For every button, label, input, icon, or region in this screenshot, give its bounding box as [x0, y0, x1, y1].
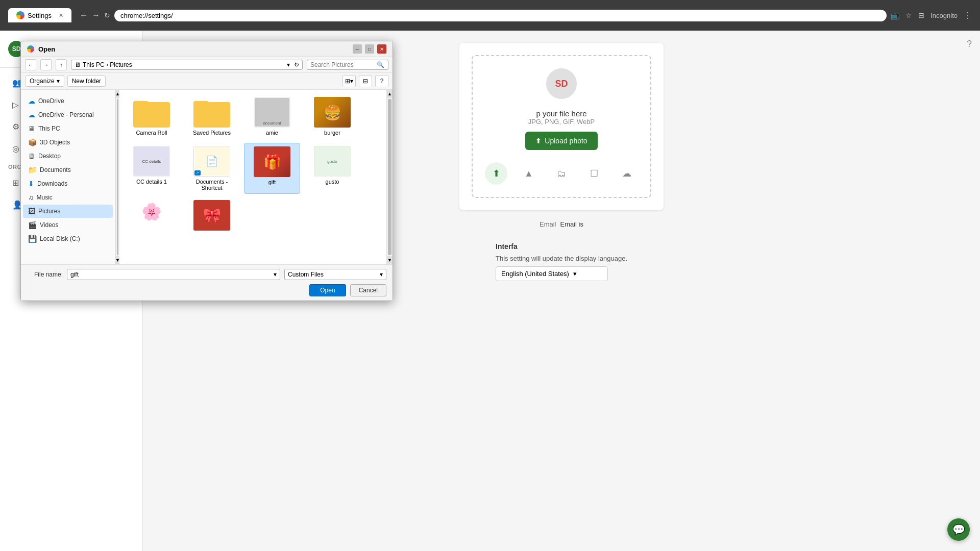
nav-desktop[interactable]: 🖥 Desktop [23, 149, 113, 163]
file-item-amie[interactable]: document amie [244, 94, 300, 139]
music-icon: ♫ [28, 193, 34, 202]
file-item-doc-shortcut[interactable]: 📄 ↗ Documents - Shortcut [184, 143, 240, 194]
nav-videos[interactable]: 🎬 Videos [23, 218, 113, 232]
menu-icon[interactable]: ⋮ [964, 11, 972, 20]
nav-pictures[interactable]: 🖼 Pictures [23, 205, 113, 218]
minimize-button[interactable]: ─ [353, 44, 362, 54]
upload-area[interactable]: SD p your file here JPG, PNG, GIF, WebP … [472, 55, 651, 198]
nav-this-pc[interactable]: 🖥 This PC [23, 122, 113, 135]
filename-input[interactable]: gift ▾ [67, 269, 280, 280]
desktop-icon: 🖥 [28, 152, 35, 160]
filename-dropdown[interactable]: ▾ [274, 271, 277, 278]
interface-section: Interfa This setting will update the dis… [496, 242, 627, 281]
thumb-amie: document [254, 97, 290, 128]
box-icon[interactable]: ☐ [583, 162, 605, 185]
upload-icon: ⬆ [535, 137, 542, 145]
bookmark-icon[interactable]: ☆ [905, 11, 912, 19]
folder-saved-icon [193, 97, 230, 128]
file-item-gift[interactable]: 🎁 gift [244, 143, 300, 194]
file-open-dialog: Open ─ □ ✕ ← → ↑ � [20, 41, 393, 301]
new-folder-button[interactable]: New folder [67, 76, 106, 87]
upload-btn-label: Upload photo [545, 137, 587, 145]
refresh-btn[interactable]: ↻ [294, 61, 299, 68]
nav-music[interactable]: ♫ Music [23, 191, 113, 204]
nav-documents[interactable]: 📁 Documents [23, 163, 113, 177]
breadcrumb-dropdown[interactable]: ▾ [287, 61, 290, 68]
up-button[interactable]: ↑ [56, 59, 67, 70]
tab-close[interactable]: ✕ [59, 12, 63, 19]
nav-refresh[interactable]: ↻ [104, 11, 110, 19]
nav-onedrive-personal[interactable]: ☁ OneDrive - Personal [23, 108, 113, 121]
up-icon: ↑ [60, 62, 63, 68]
file-item-camera-roll[interactable]: Camera Roll [124, 94, 180, 139]
filetype-value: Custom Files [288, 271, 324, 278]
maximize-button[interactable]: □ [365, 44, 374, 54]
nav-scroll-down[interactable]: ▼ [116, 256, 119, 264]
nav-3d-objects[interactable]: 📦 3D Objects [23, 136, 113, 149]
email-subtext: Email is [560, 220, 584, 228]
browser-chrome: Settings ✕ ← → ↻ chrome://settings/ 📺 ☆ … [0, 0, 980, 31]
nav-3d-label: 3D Objects [40, 139, 70, 146]
tab-title: Settings [28, 12, 52, 19]
cancel-button[interactable]: Cancel [350, 284, 386, 296]
sidebar-icon[interactable]: ⊟ [918, 11, 924, 19]
files-scroll-down[interactable]: ▼ [387, 256, 393, 264]
file-item-cc[interactable]: CC details CC details 1 [124, 143, 180, 194]
nav-forward[interactable]: → [92, 11, 100, 20]
local-upload-icon[interactable]: ⬆ [485, 162, 507, 185]
back-button[interactable]: ← [25, 59, 36, 70]
thumb-gift: 🎁 [254, 146, 290, 177]
nav-music-label: Music [37, 194, 53, 201]
preview-button[interactable]: ⊟ [359, 75, 372, 87]
nav-scrollbar[interactable]: ▲ ▼ [115, 90, 119, 264]
search-input[interactable] [310, 61, 377, 68]
file-item-gusto[interactable]: gusto gusto [304, 143, 360, 194]
chat-widget[interactable]: 💬 [947, 518, 970, 541]
view-mode-button[interactable]: ⊞ ▾ [342, 75, 356, 87]
folder-body-saved [193, 102, 230, 128]
search-box[interactable]: 🔍 [307, 60, 388, 70]
file-item-partial-2[interactable]: 🎀 [184, 198, 240, 239]
gusto-label: gusto [326, 179, 339, 185]
help-button[interactable]: ? [375, 75, 388, 87]
filetype-select[interactable]: Custom Files ▾ [284, 269, 386, 280]
language-select[interactable]: English (United States) ▾ [496, 266, 608, 281]
dialog-bottom: File name: gift ▾ Custom Files ▾ Open [21, 264, 393, 300]
organize-button[interactable]: Organize ▾ [25, 76, 64, 87]
view-chevron: ▾ [350, 78, 353, 85]
thumb-cc: CC details [133, 146, 170, 177]
files-scroll-thumb[interactable] [388, 99, 391, 255]
onedrive-icon[interactable]: ☁ [616, 162, 638, 185]
file-item-saved-pictures[interactable]: Saved Pictures [184, 94, 240, 139]
dropbox-icon[interactable]: 🗂 [550, 162, 573, 185]
upload-photo-button[interactable]: ⬆ Upload photo [525, 132, 597, 150]
dialog-files: Camera Roll Saved Pictures [119, 90, 386, 264]
nav-onedrive-personal-label: OneDrive - Personal [38, 111, 94, 118]
integrations-icon: ⚙ [12, 122, 19, 132]
help-icon[interactable]: ? [967, 39, 972, 49]
nav-onedrive[interactable]: ☁ OneDrive [23, 94, 113, 108]
files-scrollbar[interactable]: ▲ ▼ [386, 90, 393, 264]
drive-icon[interactable]: ▲ [518, 162, 540, 185]
folder-camera-roll-icon [133, 97, 170, 128]
forward-button[interactable]: → [40, 59, 52, 70]
close-button[interactable]: ✕ [377, 44, 386, 54]
files-scroll-up[interactable]: ▲ [387, 90, 393, 98]
browser-tab[interactable]: Settings ✕ [8, 8, 71, 22]
saved-icon: ▷ [12, 100, 18, 110]
cast-icon[interactable]: 📺 [891, 11, 899, 19]
nav-scroll-thumb[interactable] [117, 99, 118, 255]
file-item-burger[interactable]: 🍔 burger [304, 94, 360, 139]
cc-label: CC details 1 [136, 179, 167, 185]
address-bar[interactable]: chrome://settings/ [114, 10, 887, 21]
nav-downloads[interactable]: ⬇ Downloads [23, 177, 113, 190]
nav-back[interactable]: ← [80, 11, 88, 20]
nav-local-disk[interactable]: 💾 Local Disk (C:) [23, 232, 113, 245]
file-item-partial-1[interactable]: 🌸 [124, 198, 180, 239]
dialog-address-bar[interactable]: 🖥 This PC › Pictures ▾ ↻ [71, 60, 303, 70]
pc-icon: 🖥 [28, 124, 35, 133]
nav-downloads-label: Downloads [37, 180, 67, 187]
nav-scroll-up[interactable]: ▲ [116, 90, 119, 98]
thumb-doc-shortcut: 📄 ↗ [193, 146, 230, 177]
open-button[interactable]: Open [309, 284, 346, 296]
